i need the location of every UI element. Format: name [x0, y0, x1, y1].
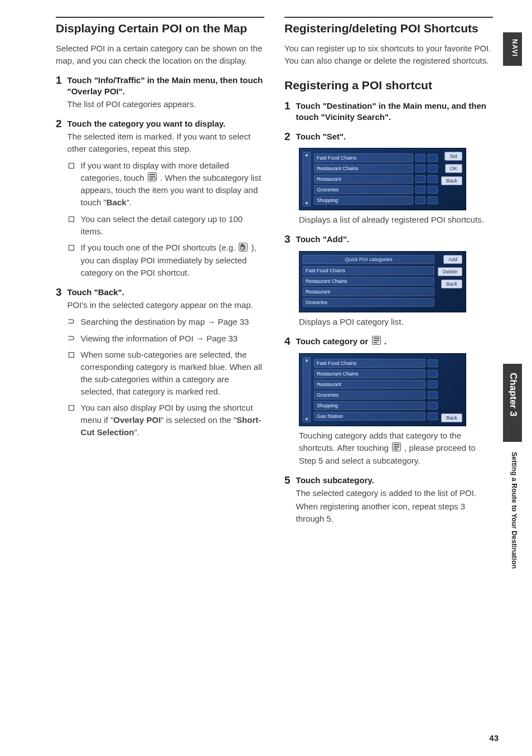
chapter-label: Chapter 3 — [507, 373, 519, 416]
shot-btn-delete: Delete — [438, 267, 462, 276]
step-note: The list of POI categories appears. — [67, 98, 264, 110]
shot-row: Restaurant Chains — [314, 369, 425, 378]
shot-btn-back: Back — [441, 280, 462, 288]
left-step-1: 1 Touch "Info/Traffic" in the Main menu,… — [56, 75, 264, 110]
bullet-text: " is selected on the " — [161, 415, 236, 425]
step-number: 2 — [56, 118, 62, 279]
svg-rect-6 — [241, 245, 243, 247]
shot-btn-ok: OK — [445, 164, 462, 173]
svg-rect-13 — [394, 446, 399, 447]
shot-row: Restaurant — [314, 175, 413, 184]
bullet-text: When some sub-categories are selected, t… — [81, 349, 264, 397]
list-icon — [372, 336, 381, 348]
square-bullet-icon — [69, 216, 74, 222]
bullet-item: ⊃ Searching the destination by map → Pag… — [67, 316, 264, 328]
bullet-text: Page 33 — [215, 317, 249, 326]
fuel-icon — [239, 243, 248, 255]
shot-row: Fast Food Chains — [314, 153, 413, 162]
shot-count: 0 — [457, 151, 460, 156]
bullet-item: If you want to display with more detaile… — [67, 160, 264, 209]
screenshot-add: Quick POI categories Fast Food Chains Re… — [299, 251, 466, 312]
svg-rect-2 — [149, 176, 155, 177]
bullet-bold: Overlay POI — [113, 415, 161, 425]
side-tab-label: NAVI — [511, 39, 519, 57]
step-number: 5 — [284, 475, 291, 525]
left-intro: Selected POI in a certain category can b… — [56, 42, 264, 67]
step-number: 4 — [284, 336, 291, 348]
shot-row: Groceries — [314, 185, 413, 194]
arrow-icon: → — [207, 317, 215, 326]
shot-row: Gas Station — [314, 412, 425, 421]
right-intro: You can register up to six shortcuts to … — [284, 42, 493, 67]
bullet-text: ". — [134, 427, 139, 437]
bullet-text: Page 33 — [204, 334, 238, 343]
bullet-item: If you touch one of the POI shortcuts (e… — [67, 242, 264, 278]
svg-rect-9 — [374, 340, 379, 341]
shot-row: Groceries — [314, 391, 425, 399]
svg-rect-12 — [394, 444, 399, 445]
step-after: Touching category adds that category to … — [299, 430, 493, 466]
shot-row: Restaurant — [303, 287, 434, 296]
shot-row: Shopping — [314, 196, 413, 205]
right-section-title: Registering/deleting POI Shortcuts — [284, 21, 493, 36]
square-bullet-icon — [69, 245, 74, 251]
shot-row: Restaurant Chains — [303, 277, 434, 286]
arrow-icon: → — [196, 334, 204, 343]
arc-bullet-icon: ⊃ — [67, 334, 75, 345]
shot-btn-add: Add — [443, 255, 462, 264]
chapter-sub-label: Setting a Route to Your Destination — [510, 452, 518, 569]
left-section-title: Displaying Certain POI on the Map — [56, 21, 264, 36]
bullet-item: You can also display POI by using the sh… — [67, 402, 264, 438]
page-number: 43 — [489, 733, 499, 743]
bullet-bold: Back — [107, 198, 127, 207]
step-after: Displays a list of already registered PO… — [299, 214, 493, 226]
step-instruction: Touch "Destination" in the Main menu, an… — [296, 100, 493, 123]
shot-row: Groceries — [303, 298, 434, 307]
step-note: POI's in the selected category appear on… — [67, 299, 264, 311]
square-bullet-icon — [69, 352, 74, 358]
step-number: 2 — [284, 131, 291, 143]
svg-rect-8 — [374, 338, 379, 339]
bullet-item: ⊃ Viewing the information of POI → Page … — [67, 333, 264, 345]
step-instruction: Touch "Back". — [67, 287, 264, 298]
shot-row: Restaurant Chains — [314, 164, 413, 173]
step-after: Displays a POI category list. — [299, 316, 493, 328]
step-note: When registering another icon, repeat st… — [296, 500, 493, 525]
shot-row: Shopping — [314, 401, 425, 410]
shot-scrollbar: ▲▼ — [303, 152, 311, 206]
bullet-text: If you touch one of the POI shortcuts (e… — [81, 243, 238, 252]
right-step-5: 5 Touch subcategory. The selected catego… — [284, 475, 493, 525]
svg-rect-3 — [149, 179, 153, 180]
right-step-4: 4 Touch category or . — [284, 336, 493, 348]
bullet-text: ". — [127, 198, 132, 207]
shot-scrollbar: ▲▼ — [303, 357, 311, 422]
screenshot-category: ▲▼ Fast Food Chains Restaurant Chains Re… — [299, 353, 466, 426]
step-instruction: Touch "Set". — [296, 131, 493, 142]
shot-btn-back: Back — [441, 413, 462, 422]
bullet-item: When some sub-categories are selected, t… — [67, 349, 264, 397]
shot-row: Restaurant — [314, 380, 425, 389]
step-instruction: Touch subcategory. — [296, 475, 493, 486]
svg-rect-10 — [374, 342, 378, 343]
step-number: 1 — [284, 100, 291, 123]
left-step-3: 3 Touch "Back". POI's in the selected ca… — [56, 287, 264, 439]
left-step-2: 2 Touch the category you want to display… — [56, 118, 264, 279]
step-instruction: Touch the category you want to display. — [67, 118, 264, 129]
list-icon — [392, 442, 401, 455]
bullet-text: Searching the destination by map — [81, 317, 207, 326]
bullet-item: You can select the detail category up to… — [67, 213, 264, 238]
square-bullet-icon — [69, 163, 74, 168]
step-instruction: Touch "Add". — [296, 234, 493, 245]
step-number: 3 — [284, 234, 291, 245]
step-instruction: Touch category or . — [296, 336, 493, 348]
step-number: 1 — [56, 75, 62, 110]
shot-row: Fast Food Chains — [314, 359, 425, 368]
arc-bullet-icon: ⊃ — [67, 317, 75, 328]
shot-header: Quick POI categories — [303, 255, 434, 264]
square-bullet-icon — [69, 405, 74, 411]
shot-row: Fast Food Chains — [303, 266, 434, 275]
step-note: The selected category is added to the li… — [296, 487, 493, 499]
shot-btn-back: Back — [441, 176, 462, 185]
right-step-3: 3 Touch "Add". — [284, 234, 493, 245]
subsection-title: Registering a POI shortcut — [284, 78, 493, 93]
